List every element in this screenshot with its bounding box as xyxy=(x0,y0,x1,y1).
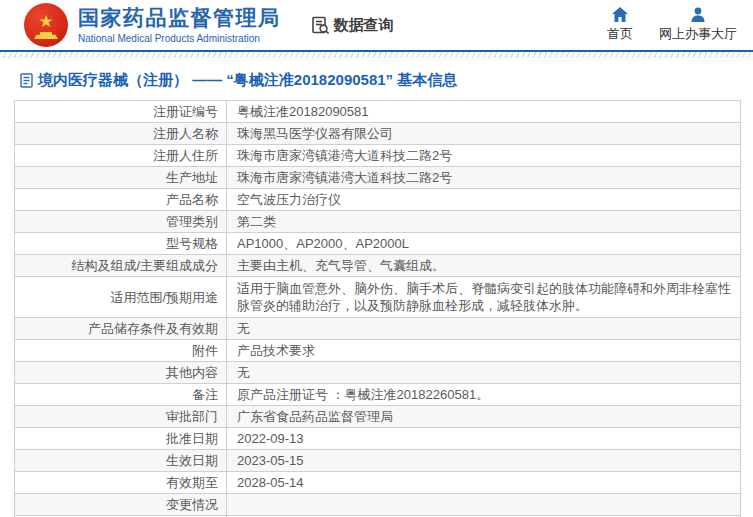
row-label: 适用范围/预期用途 xyxy=(15,277,227,318)
row-label: 产品名称 xyxy=(15,189,227,211)
row-label: 结构及组成/主要组成成分 xyxy=(15,255,227,277)
table-row: 批准日期2022-09-13 xyxy=(15,428,741,450)
row-value: 2028-05-14 xyxy=(227,472,741,494)
nav-service-hall[interactable]: 网上办事大厅 xyxy=(659,7,737,43)
china-national-emblem-logo: ★ xyxy=(24,3,68,47)
row-label: 批准日期 xyxy=(15,428,227,450)
nav-home-label: 首页 xyxy=(607,25,633,43)
table-row: 注册人名称珠海黑马医学仪器有限公司 xyxy=(15,123,741,145)
document-icon xyxy=(20,73,33,88)
row-label: 管理类别 xyxy=(15,211,227,233)
row-label: 注册人名称 xyxy=(15,123,227,145)
nav-data-query[interactable]: 数据查询 xyxy=(311,16,394,35)
row-value: 无 xyxy=(227,362,741,384)
breadcrumb: 境内医疗器械（注册） —— “粤械注准20182090581” 基本信息 xyxy=(0,58,753,100)
row-label: 生效日期 xyxy=(15,450,227,472)
info-table: 注册证编号粤械注准20182090581注册人名称珠海黑马医学仪器有限公司注册人… xyxy=(14,100,741,517)
nav-home[interactable]: 首页 xyxy=(607,7,633,43)
table-row: 审批部门广东省食品药品监督管理局 xyxy=(15,406,741,428)
emblem-star-icon: ★ xyxy=(38,13,53,30)
table-row: 型号规格AP1000、AP2000、AP2000L xyxy=(15,233,741,255)
table-row: 适用范围/预期用途适用于脑血管意外、脑外伤、脑手术后、脊髓病变引起的肢体功能障碍… xyxy=(15,277,741,318)
agency-brand: ★ 国家药品监督管理局 National Medical Products Ad… xyxy=(24,3,281,47)
row-value: 珠海市唐家湾镇港湾大道科技二路2号 xyxy=(227,167,741,189)
row-value: AP1000、AP2000、AP2000L xyxy=(227,233,741,255)
row-value: 珠海市唐家湾镇港湾大道科技二路2号 xyxy=(227,145,741,167)
table-row: 附件产品技术要求 xyxy=(15,340,741,362)
header-right-nav: 首页 网上办事大厅 xyxy=(607,7,737,43)
table-row: 管理类别第二类 xyxy=(15,211,741,233)
agency-title-en: National Medical Products Administration xyxy=(78,33,281,44)
row-label: 型号规格 xyxy=(15,233,227,255)
table-row: 备注原产品注册证号 ：粤械注准20182260581。 xyxy=(15,384,741,406)
agency-title-cn: 国家药品监督管理局 xyxy=(78,6,281,30)
row-label: 注册人住所 xyxy=(15,145,227,167)
row-value: 空气波压力治疗仪 xyxy=(227,189,741,211)
row-value: 珠海黑马医学仪器有限公司 xyxy=(227,123,741,145)
row-value: 产品技术要求 xyxy=(227,340,741,362)
row-label: 其他内容 xyxy=(15,362,227,384)
row-value: 粤械注准20182090581 xyxy=(227,101,741,123)
row-label: 审批部门 xyxy=(15,406,227,428)
row-label: 产品储存条件及有效期 xyxy=(15,318,227,340)
row-value: 适用于脑血管意外、脑外伤、脑手术后、脊髓病变引起的肢体功能障碍和外周非栓塞性脉管… xyxy=(227,277,741,318)
data-query-label: 数据查询 xyxy=(334,16,394,35)
document-search-icon xyxy=(311,16,330,35)
nav-service-hall-label: 网上办事大厅 xyxy=(659,25,737,43)
row-value: 2022-09-13 xyxy=(227,428,741,450)
table-row: 结构及组成/主要组成成分主要由主机、充气导管、气囊组成。 xyxy=(15,255,741,277)
home-icon xyxy=(612,7,628,22)
table-row: 有效期至2028-05-14 xyxy=(15,472,741,494)
table-row: 生产地址珠海市唐家湾镇港湾大道科技二路2号 xyxy=(15,167,741,189)
row-value: 广东省食品药品监督管理局 xyxy=(227,406,741,428)
table-row: 注册人住所珠海市唐家湾镇港湾大道科技二路2号 xyxy=(15,145,741,167)
row-label: 注册证编号 xyxy=(15,101,227,123)
table-row: 变更情况 xyxy=(15,494,741,516)
table-row: 注册证编号粤械注准20182090581 xyxy=(15,101,741,123)
row-label: 附件 xyxy=(15,340,227,362)
user-icon xyxy=(690,7,706,22)
table-row: 生效日期2023-05-15 xyxy=(15,450,741,472)
row-label: 变更情况 xyxy=(15,494,227,516)
info-table-body: 注册证编号粤械注准20182090581注册人名称珠海黑马医学仪器有限公司注册人… xyxy=(15,101,741,517)
row-value: 2023-05-15 xyxy=(227,450,741,472)
row-label: 生产地址 xyxy=(15,167,227,189)
row-value: 主要由主机、充气导管、气囊组成。 xyxy=(227,255,741,277)
site-header: ★ 国家药品监督管理局 National Medical Products Ad… xyxy=(0,0,753,50)
row-value: 第二类 xyxy=(227,211,741,233)
row-label: 有效期至 xyxy=(15,472,227,494)
table-row: 产品名称空气波压力治疗仪 xyxy=(15,189,741,211)
row-label: 备注 xyxy=(15,384,227,406)
row-value: 原产品注册证号 ：粤械注准20182260581。 xyxy=(227,384,741,406)
agency-title-block: 国家药品监督管理局 National Medical Products Admi… xyxy=(78,6,281,43)
row-value: 无 xyxy=(227,318,741,340)
table-row: 其他内容无 xyxy=(15,362,741,384)
table-row: 产品储存条件及有效期无 xyxy=(15,318,741,340)
row-value xyxy=(227,494,741,516)
page-title: 境内医疗器械（注册） —— “粤械注准20182090581” 基本信息 xyxy=(38,71,457,90)
